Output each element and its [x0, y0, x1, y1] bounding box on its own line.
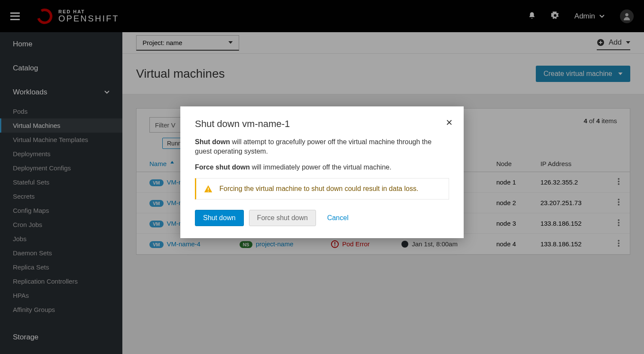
svg-rect-18 [208, 188, 209, 191]
cancel-button[interactable]: Cancel [321, 210, 355, 226]
modal-title: Shut down vm-name-1 [195, 118, 449, 130]
modal-overlay: × Shut down vm-name-1 Shut down will att… [0, 0, 644, 354]
modal-p1: Shut down will attempt to gracefully pow… [195, 137, 449, 157]
shutdown-button[interactable]: Shut down [195, 210, 244, 226]
shutdown-modal: × Shut down vm-name-1 Shut down will att… [180, 106, 464, 238]
warning-alert: Forcing the virtual machine to shut down… [195, 178, 449, 200]
modal-p2: Force shut down will immediately power o… [195, 163, 449, 172]
warning-icon [204, 185, 213, 193]
close-icon[interactable]: × [446, 116, 453, 129]
svg-rect-19 [208, 191, 209, 192]
force-shutdown-button[interactable]: Force shut down [249, 210, 316, 226]
